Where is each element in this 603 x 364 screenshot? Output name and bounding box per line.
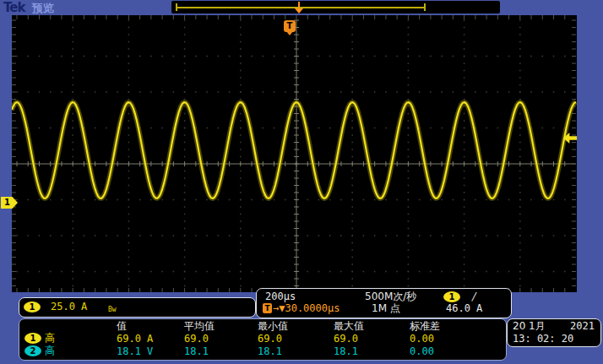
meas-row2-name: 高: [45, 345, 55, 356]
year-readout: 2021: [570, 321, 595, 332]
meas-row1-channel-badge: 1: [24, 333, 41, 344]
trigger-slope-icon: /: [471, 291, 478, 302]
waveform-glow: [12, 102, 576, 198]
record-view-left-bracket: [176, 3, 177, 11]
center-axes: [12, 20, 576, 292]
meas-row2-stddev: 0.00: [410, 346, 434, 357]
meas-row1-value: 69.0 A: [117, 334, 153, 345]
graticule-and-waveform: [12, 15, 577, 292]
date-time-box: 20 1月 2021 13: 02: 20: [507, 318, 601, 347]
horizontal-trigger-readout-box: 200μs 500M次/秒 1 / T →▼30.0000μs 1M 点 46.…: [256, 288, 512, 318]
meas-row1-max: 69.0: [334, 334, 358, 345]
timebase-readout: 200μs: [265, 291, 296, 302]
waveform-trace: [12, 102, 576, 198]
meas-row2-mean: 18.1: [184, 346, 209, 357]
meas-row1-name: 高: [45, 333, 55, 344]
time-readout: 13: 02: 20: [513, 334, 573, 345]
meas-header-min: 最小值: [258, 321, 288, 332]
record-length-readout: 1M 点: [372, 303, 400, 314]
meas-header-max: 最大值: [334, 321, 364, 332]
record-view-bar: [171, 1, 500, 14]
trigger-level-readout: 46.0 A: [446, 303, 482, 314]
sample-rate-readout: 500M次/秒: [365, 291, 416, 302]
meas-row2-max: 18.1: [334, 346, 358, 357]
meas-row2-channel-badge: 2: [24, 345, 41, 356]
meas-row2-value: 18.1 V: [117, 346, 153, 357]
date-readout: 20 1月: [513, 321, 546, 332]
trigger-source-badge: 1: [443, 291, 460, 302]
bandwidth-limit-icon: Bw: [108, 304, 117, 315]
meas-header-value: 值: [117, 321, 127, 332]
oscilloscope-screen: Tek 预览 T 1 1 25.0 A Bw 200μs 500M次/秒 1 /…: [0, 0, 603, 364]
tek-logo: Tek: [3, 0, 24, 15]
record-view-right-bracket: [424, 3, 426, 11]
measurement-table: 值 平均值 最小值 最大值 标准差 1 高 69.0 A 69.0 69.0 6…: [19, 318, 507, 361]
channel1-scale: 25.0 A: [51, 302, 87, 312]
channel1-badge: 1: [24, 302, 41, 312]
meas-header-mean: 平均值: [184, 321, 215, 332]
meas-row1-mean: 69.0: [184, 334, 209, 345]
meas-row1-stddev: 0.00: [410, 334, 434, 345]
edge-ticks: [12, 15, 576, 292]
meas-row2-min: 18.1: [258, 346, 282, 357]
grid-dots: [16, 19, 565, 286]
trigger-position-marker-icon: T: [284, 20, 296, 32]
acquisition-status: 预览: [32, 1, 54, 16]
meas-header-stddev: 标准差: [410, 321, 440, 332]
channel1-readout-box: 1 25.0 A Bw: [19, 297, 256, 318]
trigger-delay-readout: →▼30.0000μs: [273, 303, 340, 314]
record-trigger-position-icon: [295, 2, 303, 14]
record-trigger-arrowhead: [295, 8, 303, 14]
meas-row1-min: 69.0: [258, 334, 282, 345]
trigger-delay-t-icon: T: [263, 303, 272, 313]
waveform-display: [12, 15, 577, 292]
